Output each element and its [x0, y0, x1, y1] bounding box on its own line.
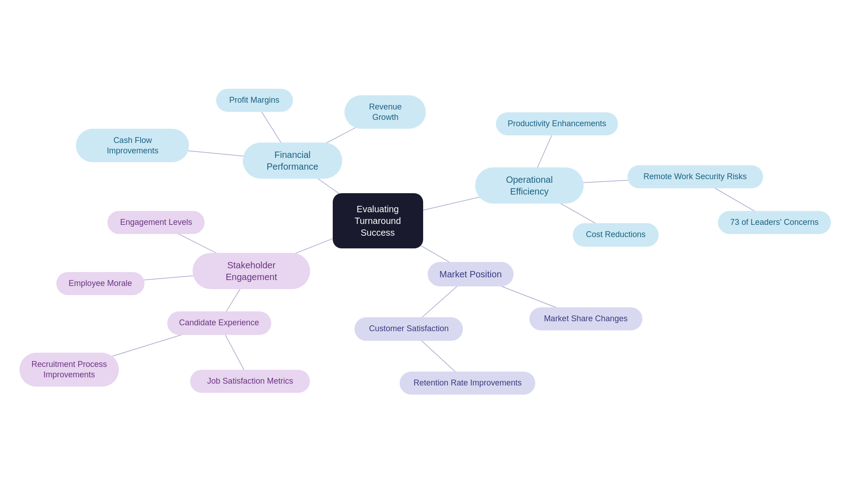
mind-map-node-market-share[interactable]: Market Share Changes — [529, 307, 642, 330]
mind-map-node-stakeholder-engagement[interactable]: Stakeholder Engagement — [193, 253, 310, 289]
mind-map-node-candidate-experience[interactable]: Candidate Experience — [167, 311, 271, 334]
mind-map-node-recruitment-process[interactable]: Recruitment Process Improvements — [19, 353, 119, 387]
connections-svg — [0, 0, 868, 490]
mind-map-node-operational-efficiency[interactable]: Operational Efficiency — [475, 167, 584, 204]
mind-map-node-remote-work[interactable]: Remote Work Security Risks — [627, 165, 763, 188]
mind-map-node-center[interactable]: Evaluating Turnaround Success — [333, 193, 423, 248]
mind-map-node-cash-flow[interactable]: Cash Flow Improvements — [76, 128, 189, 162]
mind-map-node-productivity[interactable]: Productivity Enhancements — [496, 112, 618, 135]
mind-map-node-engagement-levels[interactable]: Engagement Levels — [108, 211, 205, 234]
mind-map-node-financial-performance[interactable]: Financial Performance — [243, 143, 342, 179]
mind-map-node-profit-margins[interactable]: Profit Margins — [216, 89, 293, 112]
mind-map-node-market-position[interactable]: Market Position — [428, 262, 514, 286]
mind-map-node-retention-rate[interactable]: Retention Rate Improvements — [400, 371, 535, 395]
mind-map-node-revenue-growth[interactable]: Revenue Growth — [344, 95, 426, 129]
mind-map-node-leaders-concerns[interactable]: 73 of Leaders' Concerns — [718, 211, 831, 234]
mind-map-node-job-satisfaction[interactable]: Job Satisfaction Metrics — [190, 370, 310, 393]
mind-map: Evaluating Turnaround SuccessFinancial P… — [0, 0, 868, 490]
mind-map-node-customer-satisfaction[interactable]: Customer Satisfaction — [354, 317, 463, 340]
mind-map-node-cost-reductions[interactable]: Cost Reductions — [573, 223, 659, 246]
mind-map-node-employee-morale[interactable]: Employee Morale — [56, 272, 144, 295]
